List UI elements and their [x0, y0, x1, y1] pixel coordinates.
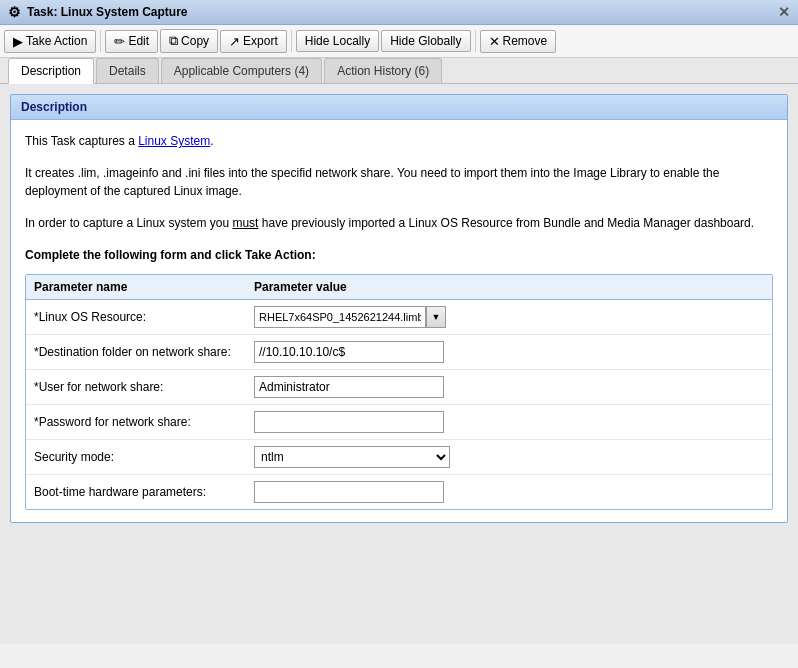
description-header: Description: [11, 95, 787, 120]
description-header-label: Description: [21, 100, 87, 114]
remove-button[interactable]: ✕ Remove: [480, 30, 557, 53]
description-body: This Task captures a Linux System. It cr…: [11, 120, 787, 522]
col-param-name: Parameter name: [34, 280, 254, 294]
description-box: Description This Task captures a Linux S…: [10, 94, 788, 523]
tab-action-history[interactable]: Action History (6): [324, 58, 442, 83]
param-input-user[interactable]: [254, 376, 444, 398]
tab-details[interactable]: Details: [96, 58, 159, 83]
col-param-value: Parameter value: [254, 280, 764, 294]
param-combo-linux-os: ▼: [254, 306, 764, 328]
tabs-bar: Description Details Applicable Computers…: [0, 58, 798, 84]
param-row-password: *Password for network share:: [26, 405, 772, 440]
hide-locally-button[interactable]: Hide Locally: [296, 30, 379, 52]
copy-icon: ⧉: [169, 33, 178, 49]
param-label-boot: Boot-time hardware parameters:: [34, 484, 254, 501]
tab-applicable-computers[interactable]: Applicable Computers (4): [161, 58, 322, 83]
param-input-password[interactable]: [254, 411, 444, 433]
copy-label: Copy: [181, 34, 209, 48]
take-action-label: Take Action: [26, 34, 87, 48]
param-row-dest-folder: *Destination folder on network share:: [26, 335, 772, 370]
param-row-user: *User for network share:: [26, 370, 772, 405]
param-label-linux-os: *Linux OS Resource:: [34, 309, 254, 326]
copy-button[interactable]: ⧉ Copy: [160, 29, 218, 53]
edit-icon: ✏: [114, 34, 125, 49]
title-bar: ⚙ Task: Linux System Capture ✕: [0, 0, 798, 25]
hide-globally-button[interactable]: Hide Globally: [381, 30, 470, 52]
main-content: Description This Task captures a Linux S…: [0, 84, 798, 644]
separator-1: [100, 30, 101, 52]
desc-para-1: This Task captures a Linux System.: [25, 132, 773, 150]
param-label-password: *Password for network share:: [34, 414, 254, 431]
export-button[interactable]: ↗ Export: [220, 30, 287, 53]
window-icon: ⚙: [8, 4, 21, 20]
param-label-dest-folder: *Destination folder on network share:: [34, 344, 254, 361]
edit-label: Edit: [128, 34, 149, 48]
param-input-wrapper-dest: [254, 341, 764, 363]
param-select-security[interactable]: ntlm kerberos none: [254, 446, 450, 468]
param-row-linux-os: *Linux OS Resource: ▼: [26, 300, 772, 335]
toolbar: ▶ Take Action ✏ Edit ⧉ Copy ↗ Export Hid…: [0, 25, 798, 58]
param-select-wrapper-security: ntlm kerberos none: [254, 446, 764, 468]
remove-label: Remove: [503, 34, 548, 48]
edit-button[interactable]: ✏ Edit: [105, 30, 158, 53]
desc-para-2: It creates .lim, .imageinfo and .ini fil…: [25, 164, 773, 200]
param-input-linux-os[interactable]: [254, 306, 426, 328]
params-table: Parameter name Parameter value *Linux OS…: [25, 274, 773, 510]
remove-icon: ✕: [489, 34, 500, 49]
param-input-wrapper-user: [254, 376, 764, 398]
param-input-wrapper-password: [254, 411, 764, 433]
param-row-security: Security mode: ntlm kerberos none: [26, 440, 772, 475]
desc-para-3: In order to capture a Linux system you m…: [25, 214, 773, 232]
param-label-user: *User for network share:: [34, 379, 254, 396]
export-icon: ↗: [229, 34, 240, 49]
params-table-header: Parameter name Parameter value: [26, 275, 772, 300]
play-icon: ▶: [13, 34, 23, 49]
param-label-security: Security mode:: [34, 449, 254, 466]
param-row-boot: Boot-time hardware parameters:: [26, 475, 772, 509]
param-dropdown-btn-linux-os[interactable]: ▼: [426, 306, 446, 328]
close-button[interactable]: ✕: [778, 4, 790, 20]
separator-3: [475, 30, 476, 52]
hide-locally-label: Hide Locally: [305, 34, 370, 48]
linux-system-link[interactable]: Linux System: [138, 134, 210, 148]
window-title: Task: Linux System Capture: [27, 5, 188, 19]
param-input-boot[interactable]: [254, 481, 444, 503]
param-input-wrapper-boot: [254, 481, 764, 503]
separator-2: [291, 30, 292, 52]
take-action-button[interactable]: ▶ Take Action: [4, 30, 96, 53]
hide-globally-label: Hide Globally: [390, 34, 461, 48]
form-title: Complete the following form and click Ta…: [25, 246, 773, 264]
export-label: Export: [243, 34, 278, 48]
tab-description[interactable]: Description: [8, 58, 94, 84]
param-input-dest-folder[interactable]: [254, 341, 444, 363]
